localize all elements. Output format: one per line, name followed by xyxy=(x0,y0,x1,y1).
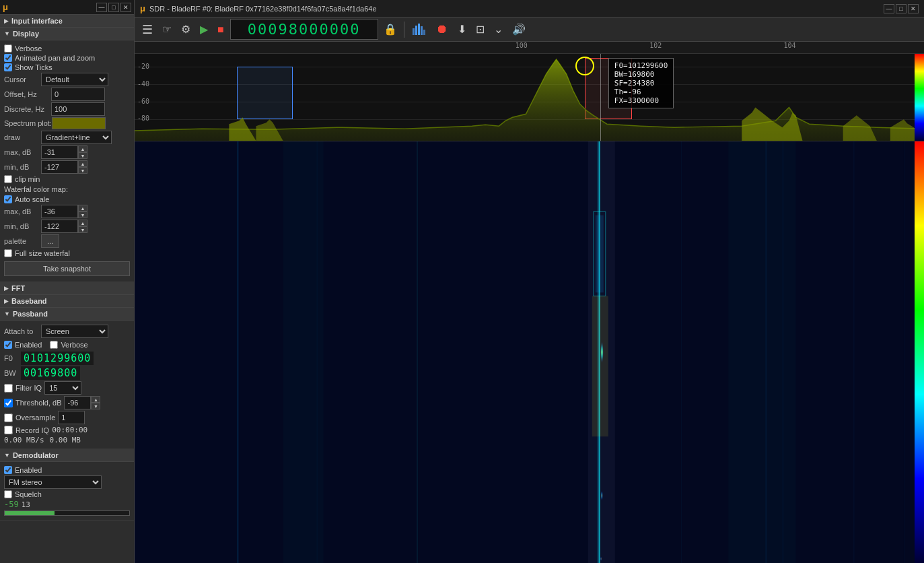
sdr-toolbar: ☰ ☞ ⚙ ▶ ■ 00098000000 🔒 xyxy=(135,18,924,42)
bw-row: BW 00169800 xyxy=(4,366,130,380)
oversample-input[interactable] xyxy=(58,411,85,424)
auto-scale-label: Auto scale xyxy=(15,195,49,203)
spectrum-button[interactable] xyxy=(408,21,430,38)
wf-max-db-up[interactable]: ▲ xyxy=(78,205,87,211)
verbose-checkbox[interactable] xyxy=(4,44,12,53)
max-db-spinbox: ▲ ▼ xyxy=(41,145,87,159)
min-db-input[interactable] xyxy=(41,160,78,174)
pb-enabled-checkbox[interactable] xyxy=(4,341,12,349)
tooltip-f0: F0=101299600 xyxy=(614,61,668,70)
wf-max-db-down[interactable]: ▼ xyxy=(78,211,87,218)
freq-tick-102: 102 xyxy=(649,42,662,49)
max-db-up[interactable]: ▲ xyxy=(78,145,87,152)
threshold-down[interactable]: ▼ xyxy=(91,403,100,409)
draw-select[interactable]: Gradient+line Line Filled xyxy=(41,131,112,144)
animated-checkbox[interactable] xyxy=(4,54,12,62)
record-iq-checkbox[interactable] xyxy=(4,426,13,434)
palette-button[interactable]: ... xyxy=(41,234,59,248)
threshold-checkbox[interactable] xyxy=(4,399,13,407)
attach-to-select[interactable]: Screen Signal xyxy=(41,325,108,338)
full-size-label: Full size waterfal xyxy=(15,249,70,257)
filter-iq-checkbox[interactable] xyxy=(4,384,13,393)
show-ticks-checkbox[interactable] xyxy=(4,63,12,71)
squelch-bar-fill xyxy=(5,511,55,515)
lock-icon[interactable]: 🔒 xyxy=(381,23,400,36)
demodulator-header[interactable]: ▼ Demodulator xyxy=(0,449,134,462)
baseband-header[interactable]: ▶ Baseband xyxy=(0,295,134,308)
settings-button[interactable]: ⚙ xyxy=(178,21,194,38)
sdr-title-text: SDR - BladeRF #0: BladeRF 0x77162e38f0d1… xyxy=(149,5,377,13)
stop-button[interactable]: ■ xyxy=(214,22,227,38)
discrete-hz-input[interactable] xyxy=(51,102,105,116)
auto-scale-checkbox[interactable] xyxy=(4,195,12,203)
max-db-input[interactable] xyxy=(41,145,78,159)
squelch-bar-container xyxy=(4,510,130,516)
fft-title: FFT xyxy=(11,284,25,292)
wf-min-db-down[interactable]: ▼ xyxy=(78,226,87,233)
threshold-up[interactable]: ▲ xyxy=(91,396,100,403)
clip-min-checkbox[interactable] xyxy=(4,175,12,183)
min-db-down[interactable]: ▼ xyxy=(78,167,87,174)
wf-min-db-input[interactable] xyxy=(41,220,78,233)
app-icon: μ xyxy=(3,2,8,12)
minimize-button[interactable]: — xyxy=(96,3,107,12)
offset-hz-input[interactable] xyxy=(51,88,105,101)
record-sizes-row: 0.00 MB/s 0.00 MB xyxy=(4,436,130,444)
menu-button[interactable]: ☰ xyxy=(139,20,156,39)
volume-button[interactable]: 🔊 xyxy=(509,21,529,38)
download-button[interactable]: ⬇ xyxy=(454,21,470,38)
waterfall-color-label-row: Waterfal color map: xyxy=(4,185,130,193)
attach-to-row: Attach to Screen Signal xyxy=(4,325,130,338)
display-header[interactable]: ▼ Display xyxy=(0,28,134,40)
min-db-up[interactable]: ▲ xyxy=(78,160,87,167)
spectrum-graph[interactable]: -20 -40 -60 -80 xyxy=(135,54,924,141)
threshold-input[interactable] xyxy=(64,396,91,409)
clip-min-label: clip min xyxy=(15,175,40,183)
frequency-display[interactable]: 00098000000 xyxy=(230,19,378,40)
animated-row: Animated pan and zoom xyxy=(4,54,130,62)
wf-max-db-input[interactable] xyxy=(41,205,78,218)
invert-button[interactable]: ⌄ xyxy=(491,21,506,38)
display-content: Verbose Animated pan and zoom Show Ticks… xyxy=(0,40,134,282)
fft-header[interactable]: ▶ FFT xyxy=(0,282,134,295)
squelch-checkbox[interactable] xyxy=(4,490,12,498)
close-button[interactable]: ✕ xyxy=(120,3,131,12)
max-db-down[interactable]: ▼ xyxy=(78,152,87,159)
squelch-row: Squelch xyxy=(4,490,130,498)
full-size-checkbox[interactable] xyxy=(4,249,12,257)
sdr-close-button[interactable]: ✕ xyxy=(908,4,919,13)
play-button[interactable]: ▶ xyxy=(197,21,211,38)
max-db-row: max, dB ▲ ▼ xyxy=(4,145,130,159)
f0-label: F0 xyxy=(4,354,21,362)
auto-scale-row: Auto scale xyxy=(4,195,130,203)
fft-arrow: ▶ xyxy=(4,285,9,292)
record-button[interactable]: ⏺ xyxy=(433,20,452,38)
spectrum-color-swatch[interactable] xyxy=(52,117,106,129)
bw-display: 00169800 xyxy=(21,366,80,380)
demod-enabled-checkbox[interactable] xyxy=(4,466,12,474)
waterfall[interactable] xyxy=(135,141,924,563)
pb-enabled-label: Enabled xyxy=(15,341,42,349)
svg-marker-5 xyxy=(135,59,924,141)
left-app-titlebar: μ — □ ✕ xyxy=(0,0,134,15)
filter-iq-select[interactable]: 15 31 63 xyxy=(44,381,81,395)
crop-button[interactable]: ⊡ xyxy=(472,21,488,38)
passband-header[interactable]: ▼ Passband xyxy=(0,308,134,321)
sdr-minimize-button[interactable]: — xyxy=(884,4,894,13)
discrete-hz-label: Discrete, Hz xyxy=(4,105,51,113)
animated-label: Animated pan and zoom xyxy=(15,54,95,62)
pb-verbose-checkbox[interactable] xyxy=(50,341,58,349)
input-interface-header[interactable]: ▶ Input interface xyxy=(0,15,134,28)
oversample-checkbox[interactable] xyxy=(4,413,13,422)
input-interface-title: Input interface xyxy=(11,17,63,25)
fm-select[interactable]: FM stereo FM mono AM USB LSB xyxy=(4,475,102,489)
wf-min-db-up[interactable]: ▲ xyxy=(78,220,87,226)
maximize-button[interactable]: □ xyxy=(108,3,119,12)
filter-iq-label: Filter IQ xyxy=(15,384,42,392)
draw-row: draw Gradient+line Line Filled xyxy=(4,131,130,144)
pointer-button[interactable]: ☞ xyxy=(159,21,175,38)
sdr-maximize-button[interactable]: □ xyxy=(896,4,907,13)
min-db-spinbox: ▲ ▼ xyxy=(41,160,87,174)
cursor-select[interactable]: Default Cross None xyxy=(41,73,108,86)
snapshot-button[interactable]: Take snapshot xyxy=(4,261,130,276)
